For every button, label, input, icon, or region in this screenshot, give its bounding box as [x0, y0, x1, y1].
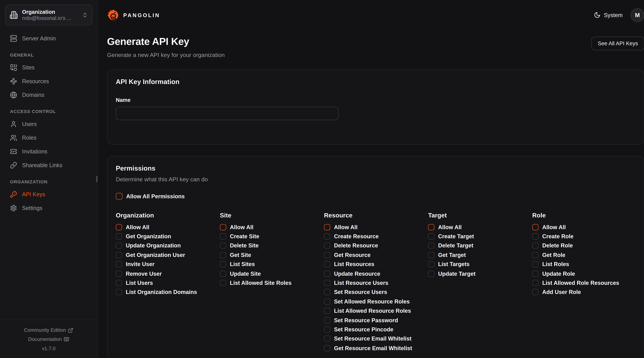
permission-item-remove-user[interactable]: Remove User	[116, 269, 219, 278]
checkbox-icon[interactable]	[532, 243, 538, 249]
checkbox-icon[interactable]	[220, 224, 226, 230]
sidebar-item-api-keys[interactable]: API Keys	[5, 188, 92, 200]
permission-item-allow-all[interactable]: Allow All	[220, 222, 323, 232]
documentation-link[interactable]: Documentation	[4, 335, 93, 344]
sidebar-item-roles[interactable]: Roles	[5, 131, 92, 144]
permission-item-create-role[interactable]: Create Role	[532, 232, 636, 241]
permission-item-list-resource-users[interactable]: List Resource Users	[324, 278, 427, 288]
permission-item-allow-all[interactable]: Allow All	[116, 222, 219, 232]
user-avatar[interactable]: M	[630, 8, 644, 22]
checkbox-icon[interactable]	[532, 271, 538, 277]
checkbox-icon[interactable]	[324, 243, 330, 249]
permission-item-delete-target[interactable]: Delete Target	[428, 241, 532, 250]
checkbox-icon[interactable]	[324, 280, 330, 286]
checkbox-icon[interactable]	[324, 326, 330, 333]
permission-item-create-resource[interactable]: Create Resource	[324, 232, 427, 241]
checkbox-icon[interactable]	[116, 243, 122, 249]
permission-item-add-user-role[interactable]: Add User Role	[532, 288, 636, 297]
permission-item-list-roles[interactable]: List Roles	[532, 260, 636, 269]
permission-item-get-resource-email-whitelist[interactable]: Get Resource Email Whitelist	[324, 344, 427, 353]
permission-item-update-organization[interactable]: Update Organization	[116, 241, 219, 250]
permission-item-set-resource-email-whitelist[interactable]: Set Resource Email Whitelist	[324, 334, 427, 344]
permission-item-set-resource-users[interactable]: Set Resource Users	[324, 288, 427, 297]
permission-item-update-target[interactable]: Update Target	[428, 269, 532, 278]
checkbox-icon[interactable]	[428, 252, 434, 258]
permission-item-get-organization[interactable]: Get Organization	[116, 232, 219, 241]
permission-item-update-resource[interactable]: Update Resource	[324, 269, 427, 278]
permission-item-get-resource[interactable]: Get Resource	[324, 250, 427, 260]
permission-item-allow-all[interactable]: Allow All	[428, 222, 532, 232]
checkbox-icon[interactable]	[116, 193, 122, 199]
permission-item-allow-all[interactable]: Allow All	[324, 222, 427, 232]
sidebar-item-sites[interactable]: Sites	[5, 61, 92, 74]
permission-item-list-resources[interactable]: List Resources	[324, 260, 427, 269]
checkbox-icon[interactable]	[220, 243, 226, 249]
checkbox-icon[interactable]	[220, 252, 226, 258]
checkbox-icon[interactable]	[324, 252, 330, 258]
permission-item-get-organization-user[interactable]: Get Organization User	[116, 250, 219, 260]
checkbox-icon[interactable]	[324, 233, 330, 240]
checkbox-icon[interactable]	[324, 299, 330, 305]
checkbox-icon[interactable]	[116, 261, 122, 267]
permission-item-set-resource-pincode[interactable]: Set Resource Pincode	[324, 325, 427, 334]
checkbox-icon[interactable]	[324, 345, 330, 351]
sidebar-item-users[interactable]: Users	[5, 118, 92, 130]
community-edition-link[interactable]: Community Edition	[4, 326, 93, 335]
permission-item-list-sites[interactable]: List Sites	[220, 260, 323, 269]
permission-item-set-allowed-resource-roles[interactable]: Set Allowed Resource Roles	[324, 297, 427, 306]
checkbox-icon[interactable]	[324, 289, 330, 296]
sidebar-scrollbar-thumb[interactable]	[96, 176, 98, 182]
sidebar-item-settings[interactable]: Settings	[5, 202, 92, 214]
permission-item-create-site[interactable]: Create Site	[220, 232, 323, 241]
checkbox-icon[interactable]	[324, 336, 330, 342]
sidebar-item-invitations[interactable]: Invitations	[5, 145, 92, 158]
checkbox-icon[interactable]	[324, 261, 330, 267]
permission-item-update-role[interactable]: Update Role	[532, 269, 636, 278]
permission-item-get-role[interactable]: Get Role	[532, 250, 636, 260]
checkbox-icon[interactable]	[428, 243, 434, 249]
checkbox-icon[interactable]	[532, 289, 538, 296]
checkbox-icon[interactable]	[324, 317, 330, 323]
permission-item-delete-role[interactable]: Delete Role	[532, 241, 636, 250]
permission-item-get-target[interactable]: Get Target	[428, 250, 532, 260]
checkbox-icon[interactable]	[220, 233, 226, 240]
permission-item-get-site[interactable]: Get Site	[220, 250, 323, 260]
checkbox-icon[interactable]	[324, 224, 330, 230]
sidebar-item-shareable-links[interactable]: Shareable Links	[5, 159, 92, 171]
allow-all-permissions-item[interactable]: Allow All Permissions	[116, 191, 636, 201]
checkbox-icon[interactable]	[324, 308, 330, 314]
sidebar-item-resources[interactable]: Resources	[5, 75, 92, 87]
name-input[interactable]	[116, 107, 338, 120]
checkbox-icon[interactable]	[428, 261, 434, 267]
permission-item-update-site[interactable]: Update Site	[220, 269, 323, 278]
checkbox-icon[interactable]	[428, 233, 434, 240]
permission-item-list-users[interactable]: List Users	[116, 278, 219, 288]
see-all-api-keys-button[interactable]: See All API Keys	[592, 37, 644, 50]
checkbox-icon[interactable]	[116, 280, 122, 286]
permission-item-invite-user[interactable]: Invite User	[116, 260, 219, 269]
checkbox-icon[interactable]	[532, 252, 538, 258]
organization-selector[interactable]: Organization milo@fossorial.io's ...	[5, 5, 92, 25]
permission-item-delete-site[interactable]: Delete Site	[220, 241, 323, 250]
permission-item-list-targets[interactable]: List Targets	[428, 260, 532, 269]
checkbox-icon[interactable]	[116, 252, 122, 258]
permission-item-list-allowed-site-roles[interactable]: List Allowed Site Roles	[220, 278, 323, 288]
checkbox-icon[interactable]	[532, 233, 538, 240]
permission-item-list-allowed-role-resources[interactable]: List Allowed Role Resources	[532, 278, 636, 288]
checkbox-icon[interactable]	[532, 224, 538, 230]
sidebar-item-server-admin[interactable]: Server Admin	[5, 32, 92, 44]
brand[interactable]: PANGOLIN	[107, 9, 160, 21]
checkbox-icon[interactable]	[116, 224, 122, 230]
checkbox-icon[interactable]	[324, 271, 330, 277]
permission-item-create-target[interactable]: Create Target	[428, 232, 532, 241]
checkbox-icon[interactable]	[220, 271, 226, 277]
checkbox-icon[interactable]	[532, 261, 538, 267]
permission-item-list-allowed-resource-roles[interactable]: List Allowed Resource Roles	[324, 306, 427, 316]
checkbox-icon[interactable]	[220, 261, 226, 267]
permission-item-set-resource-password[interactable]: Set Resource Password	[324, 316, 427, 325]
sidebar-item-domains[interactable]: Domains	[5, 89, 92, 101]
checkbox-icon[interactable]	[116, 233, 122, 240]
permission-item-list-organization-domains[interactable]: List Organization Domains	[116, 288, 219, 297]
checkbox-icon[interactable]	[428, 224, 434, 230]
checkbox-icon[interactable]	[220, 280, 226, 286]
